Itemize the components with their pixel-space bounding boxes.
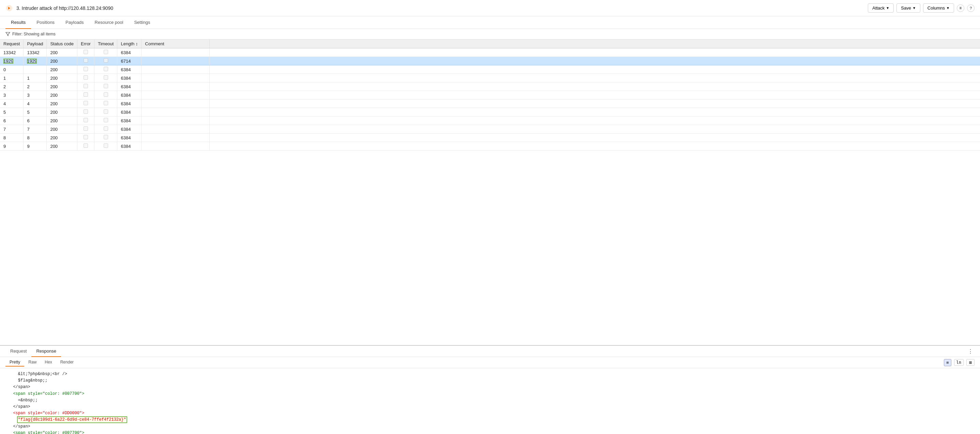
table-row[interactable]: 662006384 [0, 117, 980, 125]
cell-error [77, 142, 94, 150]
code-line-3: </span> [8, 384, 972, 390]
cell-length: 6714 [117, 57, 142, 65]
code-line-4: <span style="color: #007700"> [8, 391, 972, 397]
timeout-checkbox[interactable] [103, 67, 108, 71]
timeout-checkbox[interactable] [103, 92, 108, 97]
col-error[interactable]: Error [77, 40, 94, 48]
cell-error [77, 100, 94, 108]
timeout-checkbox[interactable] [103, 127, 108, 131]
cell-comment [142, 100, 210, 108]
code-line-2: $flag&nbsp;; [8, 377, 972, 384]
tab-resource-pool[interactable]: Resource pool [89, 16, 129, 29]
columns-button[interactable]: Columns ▼ [923, 3, 954, 13]
resp-icon-text-btn[interactable]: ≡ [944, 359, 951, 366]
bottom-menu-icon[interactable]: ⋮ [966, 347, 975, 356]
cell-status: 200 [47, 142, 77, 150]
cell-payload: 3 [24, 91, 47, 100]
results-table-container[interactable]: Request Payload Status code Error Timeou… [0, 40, 980, 345]
error-checkbox[interactable] [84, 58, 88, 63]
timeout-checkbox[interactable] [103, 75, 108, 80]
timeout-checkbox[interactable] [103, 101, 108, 105]
bottom-panel: Request Response ⋮ Pretty Raw Hex Render… [0, 345, 980, 434]
page-title: 3. Intruder attack of http://120.48.128.… [16, 5, 868, 11]
timeout-checkbox[interactable] [103, 118, 108, 122]
tab-positions[interactable]: Positions [31, 16, 60, 29]
col-status[interactable]: Status code [47, 40, 77, 48]
error-checkbox[interactable] [84, 143, 88, 148]
cell-length: 6384 [117, 117, 142, 125]
help-button[interactable]: ? [967, 5, 975, 12]
table-body: 1334213342200638419291929200671402006384… [0, 48, 980, 150]
table-row[interactable]: 02006384 [0, 65, 980, 74]
cell-comment [142, 108, 210, 117]
resp-icon-ln-btn[interactable]: ln [954, 359, 964, 366]
table-row[interactable]: 552006384 [0, 108, 980, 117]
cell-status: 200 [47, 74, 77, 82]
col-length[interactable]: Length ↕ [117, 40, 142, 48]
table-row[interactable]: 442006384 [0, 100, 980, 108]
cell-extra [210, 91, 980, 100]
table-row[interactable]: 992006384 [0, 142, 980, 150]
tab-payloads[interactable]: Payloads [60, 16, 89, 29]
resp-icon-wrap-btn[interactable]: ≣ [966, 359, 975, 366]
tab-request[interactable]: Request [5, 346, 31, 357]
cell-payload: 8 [24, 133, 47, 142]
tab-settings[interactable]: Settings [129, 16, 156, 29]
cell-length: 6384 [117, 65, 142, 74]
error-checkbox[interactable] [84, 127, 88, 131]
error-checkbox[interactable] [84, 67, 88, 71]
error-checkbox[interactable] [84, 118, 88, 122]
timeout-checkbox[interactable] [103, 143, 108, 148]
error-checkbox[interactable] [84, 84, 88, 88]
col-comment[interactable]: Comment [142, 40, 210, 48]
timeout-checkbox[interactable] [103, 109, 108, 114]
cell-payload: 13342 [24, 48, 47, 57]
tab-results[interactable]: Results [5, 16, 31, 29]
table-row[interactable]: 192919292006714 [0, 57, 980, 65]
timeout-checkbox[interactable] [103, 135, 108, 139]
table-row[interactable]: 222006384 [0, 82, 980, 91]
resp-tab-pretty[interactable]: Pretty [5, 358, 24, 367]
error-checkbox[interactable] [84, 135, 88, 139]
cell-comment [142, 57, 210, 65]
col-request[interactable]: Request [0, 40, 24, 48]
cell-request: 5 [0, 108, 24, 117]
save-button[interactable]: Save ▼ [896, 3, 920, 13]
error-checkbox[interactable] [84, 92, 88, 97]
cell-extra [210, 48, 980, 57]
table-row[interactable]: 772006384 [0, 125, 980, 133]
cell-status: 200 [47, 65, 77, 74]
cell-error [77, 48, 94, 57]
table-row[interactable]: 882006384 [0, 133, 980, 142]
tab-response[interactable]: Response [31, 346, 61, 357]
table-row[interactable]: 332006384 [0, 91, 980, 100]
cell-extra [210, 74, 980, 82]
pause-button[interactable]: ⏸ [957, 5, 964, 12]
cell-status: 200 [47, 82, 77, 91]
error-checkbox[interactable] [84, 50, 88, 54]
col-payload[interactable]: Payload [24, 40, 47, 48]
cell-payload: 4 [24, 100, 47, 108]
col-timeout[interactable]: Timeout [94, 40, 117, 48]
resp-tab-raw[interactable]: Raw [24, 358, 41, 367]
code-area[interactable]: &lt;?php&nbsp;<br /> $flag&nbsp;; </span… [0, 368, 980, 434]
table-row[interactable]: 112006384 [0, 74, 980, 82]
timeout-checkbox[interactable] [103, 58, 108, 63]
resp-icons: ≡ ln ≣ [944, 359, 975, 366]
timeout-checkbox[interactable] [103, 84, 108, 88]
error-checkbox[interactable] [84, 109, 88, 114]
attack-button[interactable]: Attack ▼ [868, 3, 894, 13]
resp-tab-render[interactable]: Render [56, 358, 78, 367]
cell-request: 4 [0, 100, 24, 108]
cell-extra [210, 133, 980, 142]
error-checkbox[interactable] [84, 101, 88, 105]
header: 3. Intruder attack of http://120.48.128.… [0, 0, 980, 16]
header-actions: Attack ▼ Save ▼ Columns ▼ ⏸ ? [868, 3, 975, 13]
timeout-checkbox[interactable] [103, 50, 108, 54]
error-checkbox[interactable] [84, 75, 88, 80]
cell-extra [210, 108, 980, 117]
resp-tab-hex[interactable]: Hex [41, 358, 56, 367]
table-row[interactable]: 13342133422006384 [0, 48, 980, 57]
cell-timeout [94, 108, 117, 117]
cell-extra [210, 125, 980, 133]
